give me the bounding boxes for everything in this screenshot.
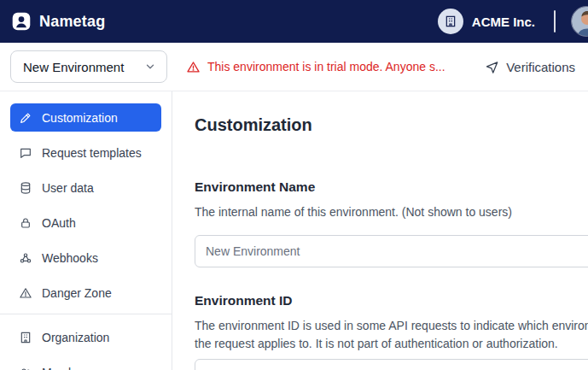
database-icon xyxy=(19,181,32,195)
sidebar-item-customization[interactable]: Customization xyxy=(10,103,161,132)
sidebar-item-label: Customization xyxy=(42,111,118,125)
danger-triangle-icon xyxy=(19,286,32,300)
environment-selector[interactable]: New Environment xyxy=(10,50,167,83)
sidebar: Customization Request templates User dat… xyxy=(0,91,172,370)
environment-selector-label: New Environment xyxy=(23,60,124,74)
sidebar-item-oauth[interactable]: OAuth xyxy=(10,208,161,237)
organization-icon xyxy=(19,331,32,344)
trial-warning[interactable]: This environment is in trial mode. Anyon… xyxy=(186,60,471,74)
warning-triangle-icon xyxy=(186,60,201,74)
sidebar-item-label: Request templates xyxy=(42,146,142,160)
toolbar: New Environment This environment is in t… xyxy=(0,43,588,91)
sidebar-item-members[interactable]: Members xyxy=(10,358,161,370)
content-row: Customization Request templates User dat… xyxy=(0,91,588,370)
sidebar-item-user-data[interactable]: User data xyxy=(10,173,161,202)
webhook-icon xyxy=(19,251,32,265)
sidebar-item-label: Organization xyxy=(42,331,109,344)
environment-id-input[interactable] xyxy=(195,359,588,370)
members-icon xyxy=(19,366,32,370)
navbar-right: ACME Inc. xyxy=(438,6,588,37)
sidebar-item-label: Members xyxy=(42,366,91,370)
sidebar-item-label: OAuth xyxy=(42,216,76,230)
navbar: Nametag ACME Inc. xyxy=(0,0,588,43)
nametag-logo-icon xyxy=(10,10,32,32)
avatar[interactable] xyxy=(571,6,588,37)
sidebar-item-webhooks[interactable]: Webhooks xyxy=(10,244,161,272)
brand-name: Nametag xyxy=(39,13,105,31)
org-switcher[interactable]: ACME Inc. xyxy=(438,9,535,34)
environment-name-input[interactable] xyxy=(195,235,588,267)
building-icon xyxy=(438,9,463,34)
page-title: Customization xyxy=(195,115,588,135)
verifications-icon xyxy=(485,60,499,74)
chat-template-icon xyxy=(19,146,32,160)
lock-icon xyxy=(19,216,32,230)
sidebar-item-danger-zone[interactable]: Danger Zone xyxy=(10,279,161,307)
environment-id-section: Environment ID The environment ID is use… xyxy=(195,293,588,370)
sidebar-divider xyxy=(0,314,172,314)
sidebar-item-label: Webhooks xyxy=(42,251,98,265)
brand[interactable]: Nametag xyxy=(10,10,105,32)
sidebar-item-label: Danger Zone xyxy=(42,286,112,300)
environment-name-label: Environment Name xyxy=(195,179,588,195)
main-content: Customization Environment Name The inter… xyxy=(172,91,588,370)
environment-id-description: The environment ID is used in some API r… xyxy=(195,317,588,352)
navbar-divider xyxy=(554,10,556,32)
verifications-label: Verifications xyxy=(506,60,575,74)
sidebar-item-request-templates[interactable]: Request templates xyxy=(10,138,161,167)
verifications-button[interactable]: Verifications xyxy=(485,60,575,74)
environment-name-section: Environment Name The internal name of th… xyxy=(195,179,588,267)
sidebar-item-organization[interactable]: Organization xyxy=(10,323,161,351)
customization-icon xyxy=(19,111,32,125)
sidebar-item-label: User data xyxy=(42,181,94,195)
environment-name-description: The internal name of this environment. (… xyxy=(195,203,588,220)
chevron-down-icon xyxy=(144,61,156,73)
trial-warning-text: This environment is in trial mode. Anyon… xyxy=(207,60,445,73)
environment-id-label: Environment ID xyxy=(195,293,588,308)
org-name: ACME Inc. xyxy=(472,15,535,29)
